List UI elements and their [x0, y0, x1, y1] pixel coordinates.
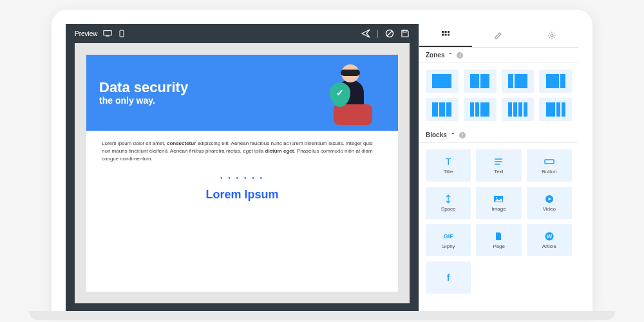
editor-pane: Preview | Data security the only way.: [66, 24, 419, 312]
block-partial[interactable]: f: [426, 261, 471, 294]
save-icon[interactable]: [401, 29, 410, 38]
social-icon: f: [447, 272, 450, 283]
block-space[interactable]: Space: [426, 187, 471, 219]
svg-rect-9: [442, 34, 444, 36]
desktop-preview-icon[interactable]: [103, 29, 112, 38]
block-disable-icon[interactable]: [385, 29, 394, 38]
sidebar: Zones ⌃ i Blocks ⌃ i TTitle Text Button …: [419, 24, 578, 312]
zone-narrow-wide[interactable]: [502, 70, 535, 93]
tab-edit[interactable]: [472, 24, 525, 47]
zones-grid: [419, 63, 578, 128]
space-icon: [445, 194, 451, 204]
zone-thirds[interactable]: [426, 98, 459, 121]
video-icon: [545, 194, 554, 204]
hero-subtitle: the only way.: [99, 95, 308, 106]
block-title[interactable]: TTitle: [426, 149, 471, 182]
block-image[interactable]: Image: [476, 187, 521, 219]
hero-illustration: [308, 61, 385, 125]
app-screen: Preview | Data security the only way.: [66, 24, 578, 312]
body-paragraph[interactable]: Lorem ipsum dolor sit amet, consectetur …: [86, 131, 398, 172]
block-text[interactable]: Text: [476, 149, 521, 182]
mobile-preview-icon[interactable]: [117, 29, 126, 38]
hero-title: Data security: [99, 80, 308, 95]
hero-block[interactable]: Data security the only way.: [86, 55, 398, 131]
svg-rect-10: [445, 34, 447, 36]
svg-rect-7: [445, 31, 447, 33]
block-article[interactable]: WArticle: [527, 224, 572, 256]
canvas-bg: Data security the only way. Lorem ipsum …: [75, 43, 410, 303]
wordpress-icon: W: [545, 231, 554, 242]
toolbar-separator: |: [377, 29, 379, 38]
svg-line-4: [387, 31, 392, 36]
zone-wide-two-narrow[interactable]: [539, 98, 572, 121]
zone-full[interactable]: [426, 70, 459, 93]
laptop-frame: Preview | Data security the only way.: [52, 10, 592, 312]
sidebar-tabs: [419, 24, 578, 48]
preview-label: Preview: [75, 30, 98, 37]
block-giphy[interactable]: GIFGiphy: [426, 224, 471, 256]
tab-settings[interactable]: [526, 24, 578, 47]
zone-wide-narrow[interactable]: [539, 70, 572, 93]
svg-rect-1: [106, 36, 109, 37]
svg-rect-8: [448, 31, 450, 33]
button-icon: [544, 156, 554, 167]
svg-point-18: [496, 197, 497, 198]
text-icon: [494, 156, 503, 167]
image-icon: [493, 194, 504, 204]
svg-rect-5: [403, 30, 406, 32]
page-icon: [495, 231, 502, 242]
title-icon: T: [446, 156, 451, 167]
svg-text:W: W: [547, 233, 553, 240]
zone-two-narrow-wide[interactable]: [464, 98, 497, 121]
block-video[interactable]: Video: [527, 187, 572, 219]
gif-icon: GIF: [444, 231, 453, 242]
block-page[interactable]: Page: [476, 224, 521, 256]
send-icon[interactable]: [361, 29, 370, 38]
svg-rect-16: [545, 160, 554, 164]
canvas-wrapper: Data security the only way. Lorem ipsum …: [66, 43, 419, 312]
svg-rect-0: [103, 31, 111, 35]
info-icon[interactable]: i: [459, 132, 466, 138]
blocks-header[interactable]: Blocks ⌃ i: [419, 128, 578, 143]
chevron-up-icon: ⌃: [448, 52, 453, 58]
cta-heading[interactable]: Lorem Ipsum: [86, 184, 398, 211]
email-template[interactable]: Data security the only way. Lorem ipsum …: [86, 55, 398, 292]
svg-rect-2: [120, 30, 124, 37]
svg-rect-6: [442, 31, 444, 33]
svg-point-12: [551, 34, 553, 37]
divider-dots: • • • • • •: [86, 172, 398, 184]
svg-rect-11: [448, 34, 450, 36]
chevron-up-icon: ⌃: [451, 132, 455, 138]
zones-header[interactable]: Zones ⌃ i: [419, 48, 578, 63]
info-icon[interactable]: i: [457, 52, 463, 59]
editor-toolbar: Preview |: [66, 24, 419, 43]
blocks-grid: TTitle Text Button Space Image Video GIF…: [419, 143, 578, 300]
tab-layout[interactable]: [419, 24, 472, 47]
zone-half-half[interactable]: [464, 70, 497, 93]
zone-quarters[interactable]: [502, 98, 535, 121]
block-button[interactable]: Button: [527, 149, 572, 182]
